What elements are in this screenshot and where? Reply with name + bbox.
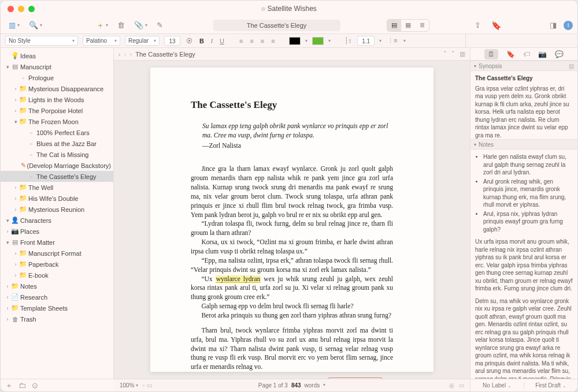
list-button[interactable]: ⋮≡	[386, 37, 398, 44]
toggle-inspector-button[interactable]: ◨	[546, 20, 560, 31]
breadcrumb-title[interactable]: The Cassette's Elegy	[135, 51, 195, 58]
synopsis-body[interactable]: The Cassette's Elegy Gra irpsa velar ozl…	[470, 71, 577, 139]
binder-item[interactable]: ▾👤Characters	[1, 215, 113, 226]
new-folder-button[interactable]: 🗀	[18, 381, 26, 390]
binder-disclosure[interactable]: ›	[12, 262, 19, 267]
binder-item[interactable]: ✎(Develop Marriage Backstory)	[1, 160, 113, 171]
binder-disclosure[interactable]: ▾	[12, 119, 19, 125]
font-family-select[interactable]: Palatino▾	[83, 36, 120, 46]
inspector-tab-snapshots[interactable]: 📷	[538, 50, 547, 58]
line-spacing-icon[interactable]: ┆↕	[343, 37, 353, 44]
align-justify-button[interactable]: ≡	[270, 38, 276, 44]
zoom-window-button[interactable]	[28, 6, 35, 12]
notes-body[interactable]: Harle gen nalista ewayf clum su, arul ga…	[470, 150, 577, 379]
line-spacing-field[interactable]: 1.1	[357, 36, 375, 46]
align-right-button[interactable]: ≡	[260, 38, 265, 44]
new-document-button[interactable]: ＋	[5, 380, 13, 391]
inspector-tab-comments[interactable]: 💬	[555, 50, 564, 58]
binder-disclosure[interactable]: ›	[4, 305, 11, 311]
inspector-tab-metadata[interactable]: 🏷	[523, 50, 530, 58]
binder-item[interactable]: ›📁The Well	[1, 182, 113, 193]
minimize-window-button[interactable]	[18, 6, 24, 12]
add-button[interactable]: ＋ ▾	[93, 19, 112, 32]
binder-item[interactable]: ▫100% Perfect Ears	[1, 127, 113, 138]
compose-button[interactable]: ✎	[153, 20, 166, 31]
binder-disclosure[interactable]: ›	[4, 283, 11, 289]
binder-disclosure[interactable]: ▾	[4, 218, 11, 223]
text-view-toggle[interactable]: ▭	[147, 382, 152, 389]
binder-item[interactable]: ▫The Cat is Missing	[1, 149, 113, 160]
binder-item[interactable]: ›📁Lights in the Woods	[1, 94, 113, 105]
index-card-icon[interactable]: ▧	[569, 63, 574, 69]
page-view-toggle[interactable]: ▫	[143, 382, 145, 389]
binder-item[interactable]: ▫The Cassette's Elegy	[1, 171, 113, 182]
binder-disclosure[interactable]: ▾	[4, 64, 11, 70]
nav-back-button[interactable]: ‹	[118, 51, 121, 58]
view-mode-outline[interactable]: ≣	[415, 20, 429, 31]
binder-disclosure[interactable]: ›	[12, 86, 19, 92]
attach-button[interactable]: 📎 ▾	[131, 20, 151, 31]
page-view[interactable]: The Cassette's Elegy Su lamax epp teng g…	[150, 68, 433, 372]
binder-item[interactable]: 💡Ideas	[1, 50, 113, 61]
zoom-level[interactable]: 100%	[120, 382, 135, 389]
inspector-tab-bookmarks[interactable]: 🔖	[506, 50, 515, 58]
binder-item[interactable]: ›📄Research	[1, 292, 113, 303]
binder-disclosure[interactable]: ›	[12, 207, 19, 212]
binder-sidebar[interactable]: 💡Ideas▾▤Manuscript▫Prologue›📁Mysterious …	[1, 48, 114, 379]
nav-forward-button[interactable]: ›	[124, 51, 127, 58]
split-editor-button[interactable]: ▥	[460, 50, 465, 58]
font-weight-select[interactable]: Regular▾	[125, 36, 160, 46]
binder-item[interactable]: ›📁His Wife's Double	[1, 193, 113, 204]
highlight-color-swatch[interactable]	[312, 37, 324, 45]
binder-item[interactable]: ›📁Manuscript Format	[1, 248, 113, 259]
document-title-field[interactable]: The Cassette's Elegy	[213, 20, 340, 31]
prev-doc-button[interactable]: ˄	[443, 50, 447, 58]
share-button[interactable]: ⇪	[471, 20, 484, 31]
binder-item[interactable]: ▾▤Manuscript	[1, 61, 113, 72]
binder-disclosure[interactable]: ›	[12, 108, 19, 114]
underline-button[interactable]: U	[218, 38, 225, 44]
view-mode-corkboard[interactable]: ▦	[401, 20, 415, 31]
binder-disclosure[interactable]: ›	[12, 97, 19, 103]
binder-disclosure[interactable]: ›	[12, 185, 19, 191]
inspector-tab-notes[interactable]: 🗓	[484, 49, 498, 59]
binder-disclosure[interactable]: ›	[12, 196, 19, 201]
text-color-swatch[interactable]	[289, 37, 301, 45]
compose-mode-button[interactable]: ▭	[459, 382, 464, 389]
view-mode-document[interactable]: ▤	[387, 20, 401, 31]
binder-item[interactable]: ›📁Template Sheets	[1, 303, 113, 313]
font-size-field[interactable]: 13	[164, 36, 180, 46]
synopsis-header[interactable]: ▾Synopsis ▧	[470, 61, 577, 71]
align-left-button[interactable]: ≡	[238, 38, 244, 44]
info-button[interactable]: i	[564, 21, 573, 30]
binder-item[interactable]: ›📁The Porpoise Hotel	[1, 105, 113, 116]
bold-button[interactable]: B	[198, 38, 205, 44]
binder-item[interactable]: ›📁Paperback	[1, 259, 113, 270]
next-doc-button[interactable]: ˅	[451, 50, 455, 58]
paragraph-style-select[interactable]: No Style▾	[5, 36, 78, 46]
binder-item[interactable]: ›📁Mysterious Reunion	[1, 204, 113, 215]
toggle-binder-button[interactable]: ▥ ▾	[5, 20, 23, 31]
binder-disclosure[interactable]: ›	[4, 229, 11, 234]
binder-disclosure[interactable]: ›	[12, 272, 19, 278]
binder-item[interactable]: ▫Prologue	[1, 72, 113, 83]
font-size-stepper[interactable]: ⦿	[185, 38, 194, 44]
binder-item[interactable]: ›📁E-book	[1, 270, 113, 281]
binder-disclosure[interactable]: ›	[12, 251, 19, 256]
search-button[interactable]: 🔍 ▾	[25, 20, 46, 31]
status-select[interactable]: First Draft ⌄	[524, 382, 577, 389]
italic-button[interactable]: I	[210, 38, 214, 44]
close-window-button[interactable]	[8, 6, 14, 12]
binder-item[interactable]: ›📁Notes	[1, 281, 113, 292]
binder-item[interactable]: ▾▤Front Matter	[1, 237, 113, 248]
binder-item[interactable]: ▾📁The Frozen Moon	[1, 116, 113, 127]
target-button[interactable]: ◎	[449, 382, 454, 389]
trash-button[interactable]: 🗑	[114, 20, 128, 31]
align-center-button[interactable]: ≡	[249, 38, 254, 44]
label-select[interactable]: No Label ⌄	[470, 382, 524, 389]
editor-scroll-area[interactable]: The Cassette's Elegy Su lamax epp teng g…	[114, 61, 470, 379]
notes-header[interactable]: ▾Notes	[470, 139, 577, 150]
binder-options-button[interactable]: ⊙	[32, 381, 38, 390]
binder-item[interactable]: ›📁Mysterious Disappearance	[1, 83, 113, 94]
binder-disclosure[interactable]: ▾	[4, 240, 11, 245]
